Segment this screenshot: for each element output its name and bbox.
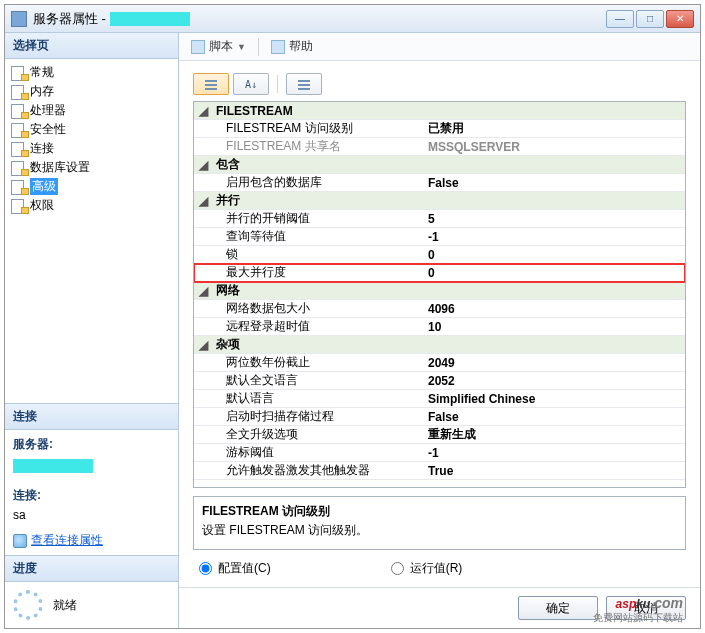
- az-icon: A↓: [245, 79, 257, 90]
- server-value: XXXXXXXXX: [13, 459, 93, 473]
- expand-icon: ◢: [194, 194, 212, 208]
- property-row[interactable]: 默认语言Simplified Chinese: [194, 390, 685, 408]
- ok-button[interactable]: 确定: [518, 596, 598, 620]
- property-category[interactable]: ◢包含: [194, 156, 685, 174]
- property-category[interactable]: ◢并行: [194, 192, 685, 210]
- title-text: 服务器属性 -: [33, 10, 106, 28]
- property-key: 锁: [212, 246, 422, 263]
- property-row[interactable]: 最大并行度0: [194, 264, 685, 282]
- connection-label: 连接:: [13, 487, 170, 504]
- close-button[interactable]: ✕: [666, 10, 694, 28]
- property-value[interactable]: 10: [422, 320, 685, 334]
- script-button[interactable]: 脚本 ▼: [187, 36, 250, 57]
- property-key: 允许触发器激发其他触发器: [212, 462, 422, 479]
- help-button[interactable]: 帮助: [267, 36, 317, 57]
- property-category[interactable]: ◢FILESTREAM: [194, 102, 685, 120]
- title-redacted: XXXXXXXXX: [110, 12, 190, 26]
- property-value[interactable]: 4096: [422, 302, 685, 316]
- sidebar-item-处理器[interactable]: 处理器: [7, 101, 176, 120]
- property-value[interactable]: 0: [422, 248, 685, 262]
- property-row[interactable]: 默认全文语言2052: [194, 372, 685, 390]
- property-value[interactable]: 2049: [422, 356, 685, 370]
- property-key: 全文升级选项: [212, 426, 422, 443]
- property-value[interactable]: 5: [422, 212, 685, 226]
- property-key: 最大并行度: [212, 264, 422, 281]
- toolbar: 脚本 ▼ 帮助: [179, 33, 700, 61]
- progress-header: 进度: [5, 556, 178, 582]
- property-row[interactable]: 查询等待值-1: [194, 228, 685, 246]
- connection-properties-icon: [13, 534, 27, 548]
- sidebar-item-权限[interactable]: 权限: [7, 196, 176, 215]
- property-row[interactable]: 启动时扫描存储过程False: [194, 408, 685, 426]
- view-connection-properties-link[interactable]: 查看连接属性: [31, 532, 103, 549]
- page-icon: [11, 161, 27, 175]
- property-row[interactable]: 远程登录超时值10: [194, 318, 685, 336]
- property-row[interactable]: 全文升级选项重新生成: [194, 426, 685, 444]
- page-icon: [11, 85, 27, 99]
- sidebar-item-高级[interactable]: 高级: [7, 177, 176, 196]
- property-key: FILESTREAM 访问级别: [212, 120, 422, 137]
- maximize-button[interactable]: □: [636, 10, 664, 28]
- property-value[interactable]: 2052: [422, 374, 685, 388]
- description-body: 设置 FILESTREAM 访问级别。: [202, 522, 677, 539]
- property-row[interactable]: 允许触发器激发其他触发器True: [194, 462, 685, 480]
- alphabetical-button[interactable]: A↓: [233, 73, 269, 95]
- property-grid[interactable]: ◢FILESTREAMFILESTREAM 访问级别已禁用FILESTREAM …: [193, 101, 686, 488]
- property-value[interactable]: 重新生成: [422, 426, 685, 443]
- sidebar-item-内存[interactable]: 内存: [7, 82, 176, 101]
- property-value[interactable]: True: [422, 464, 685, 478]
- property-value[interactable]: 已禁用: [422, 120, 685, 137]
- property-row[interactable]: 网络数据包大小4096: [194, 300, 685, 318]
- property-key: 默认语言: [212, 390, 422, 407]
- property-key: FILESTREAM 共享名: [212, 138, 422, 155]
- page-icon: [11, 104, 27, 118]
- property-key: 两位数年份截止: [212, 354, 422, 371]
- sidebar-item-数据库设置[interactable]: 数据库设置: [7, 158, 176, 177]
- sidebar-item-常规[interactable]: 常规: [7, 63, 176, 82]
- app-icon: [11, 11, 27, 27]
- property-value[interactable]: -1: [422, 230, 685, 244]
- titlebar: 服务器属性 - XXXXXXXXX — □ ✕: [5, 5, 700, 33]
- property-key: 默认全文语言: [212, 372, 422, 389]
- property-value[interactable]: False: [422, 176, 685, 190]
- property-key: 启动时扫描存储过程: [212, 408, 422, 425]
- property-value[interactable]: MSSQLSERVER: [422, 140, 685, 154]
- properties-icon: [298, 78, 310, 90]
- configured-value-radio[interactable]: 配置值(C): [199, 560, 271, 577]
- sidebar-item-连接[interactable]: 连接: [7, 139, 176, 158]
- property-row[interactable]: 启用包含的数据库False: [194, 174, 685, 192]
- property-row[interactable]: FILESTREAM 访问级别已禁用: [194, 120, 685, 138]
- property-row[interactable]: FILESTREAM 共享名MSSQLSERVER: [194, 138, 685, 156]
- description-box: FILESTREAM 访问级别 设置 FILESTREAM 访问级别。: [193, 496, 686, 550]
- property-row[interactable]: 两位数年份截止2049: [194, 354, 685, 372]
- categorized-button[interactable]: [193, 73, 229, 95]
- property-row[interactable]: 并行的开销阈值5: [194, 210, 685, 228]
- property-key: 并行的开销阈值: [212, 210, 422, 227]
- property-row[interactable]: 游标阈值-1: [194, 444, 685, 462]
- property-key: 并行: [212, 192, 422, 209]
- script-icon: [191, 40, 205, 54]
- property-category[interactable]: ◢杂项: [194, 336, 685, 354]
- minimize-button[interactable]: —: [606, 10, 634, 28]
- property-row[interactable]: 锁0: [194, 246, 685, 264]
- properties-button[interactable]: [286, 73, 322, 95]
- categorized-icon: [205, 78, 217, 90]
- property-value[interactable]: -1: [422, 446, 685, 460]
- property-key: 远程登录超时值: [212, 318, 422, 335]
- help-icon: [271, 40, 285, 54]
- page-icon: [11, 199, 27, 213]
- expand-icon: ◢: [194, 338, 212, 352]
- property-key: 游标阈值: [212, 444, 422, 461]
- page-icon: [11, 66, 27, 80]
- sidebar-item-安全性[interactable]: 安全性: [7, 120, 176, 139]
- property-key: 包含: [212, 156, 422, 173]
- running-value-radio[interactable]: 运行值(R): [391, 560, 463, 577]
- property-value[interactable]: Simplified Chinese: [422, 392, 685, 406]
- property-value[interactable]: False: [422, 410, 685, 424]
- watermark-sub: 免费网站源码下载站: [593, 611, 683, 625]
- property-category[interactable]: ◢网络: [194, 282, 685, 300]
- property-value[interactable]: 0: [422, 266, 685, 280]
- property-key: 查询等待值: [212, 228, 422, 245]
- select-page-header: 选择页: [5, 33, 178, 59]
- description-title: FILESTREAM 访问级别: [202, 503, 677, 520]
